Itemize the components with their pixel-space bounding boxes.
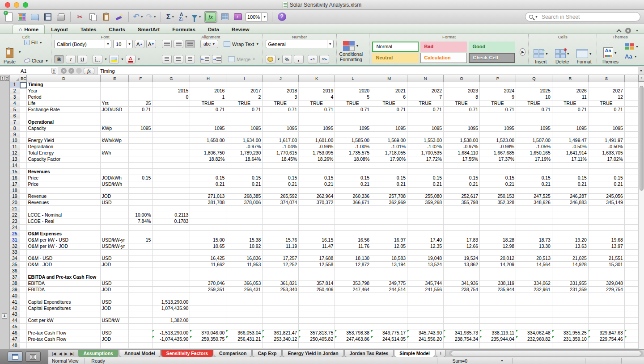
cell-T37[interactable] [624,274,638,280]
cell-K33[interactable] [299,249,335,255]
cell-H18[interactable] [190,187,226,193]
cell-S2[interactable]: 2027 [588,88,624,94]
cell-E24[interactable] [101,224,129,230]
cell-ABC45[interactable] [20,324,27,330]
cell-L35[interactable]: 12,872 [335,262,371,268]
cell-T18[interactable] [624,187,638,193]
cell-Q36[interactable] [516,268,552,274]
cell-L43[interactable] [335,311,371,318]
cell-O33[interactable] [444,249,480,255]
cell-E7[interactable] [101,119,129,125]
cell-R3[interactable]: 11 [552,94,588,100]
cell-K39[interactable]: 250,406 [299,286,335,293]
cell-J21[interactable] [263,206,299,212]
cell-D4[interactable]: Life [27,100,101,107]
cell-H1[interactable] [190,82,226,88]
cell-E42[interactable]: JOD [101,305,129,311]
cell-L24[interactable] [335,224,371,230]
cell-I4[interactable]: TRUE [226,100,263,107]
cell-J18[interactable] [263,187,299,193]
cell-I11[interactable]: -0.97% [226,144,263,150]
column-header-o[interactable]: O [444,75,480,82]
cell-J36[interactable] [263,268,299,274]
cell-ABC21[interactable] [20,206,27,212]
cell-L38[interactable]: 353,798 [335,280,371,287]
gear-icon[interactable] [625,28,631,33]
cell-L32[interactable]: 11.76 [335,243,371,249]
cell-E11[interactable] [101,144,129,150]
cell-S48[interactable] [588,342,624,348]
cell-K5[interactable]: 0.71 [299,107,335,113]
cell-L34[interactable]: 18,130 [335,255,371,262]
cell-I25[interactable] [226,230,263,237]
cell-D16[interactable]: Price [27,175,101,181]
comma-button[interactable]: , [294,55,304,63]
cell-F43[interactable] [129,311,153,318]
cell-H47[interactable]: 259,350.75 [190,336,226,343]
cell-Q46[interactable]: 334,062.48 [516,330,552,336]
cell-O1[interactable] [444,82,480,88]
redo-button[interactable]: ↷▼ [146,11,157,23]
cell-G23[interactable]: 0.1783 [153,218,190,225]
cell-D43[interactable] [27,311,101,318]
search-input[interactable]: ▼ Search in Sheet [525,12,640,21]
cell-E17[interactable]: USD/kWh [101,181,129,187]
cell-Q45[interactable] [516,324,552,330]
cell-H19[interactable]: 271,013 [190,193,226,200]
cell-D24[interactable] [27,224,101,230]
row-header-6[interactable]: 6 [10,113,20,119]
cell-O36[interactable] [444,268,480,274]
cell-J5[interactable]: 0.71 [263,107,299,113]
cell-M44[interactable] [371,318,407,324]
cell-G43[interactable] [153,311,190,318]
cell-E22[interactable] [101,212,129,218]
cell-J6[interactable] [263,113,299,119]
cell-K23[interactable] [299,218,335,225]
cell-ABC5[interactable] [20,107,27,113]
cell-M14[interactable] [371,163,407,169]
cell-F25[interactable] [129,230,153,237]
borders-dropdown-icon[interactable]: ▼ [104,58,107,61]
cell-Q12[interactable]: 1,650,165 [516,150,552,156]
cell-F7[interactable] [129,119,153,125]
increase-decimal-button[interactable]: ◂.0 [308,55,318,63]
row-header-2[interactable]: 2 [10,88,20,94]
fx-button[interactable]: fx [84,68,94,74]
cell-K44[interactable] [299,318,335,324]
cell-N44[interactable] [407,318,444,324]
cell-S24[interactable] [588,224,624,230]
cell-F38[interactable] [129,280,153,287]
cell-T40[interactable] [624,293,638,299]
cell-ABC39[interactable] [20,286,27,293]
cell-G35[interactable] [153,262,190,268]
cell-O20[interactable]: 355,798 [444,200,480,206]
cell-O23[interactable] [444,218,480,225]
more-styles-button[interactable]: ▶ [520,48,525,56]
cell-R46[interactable]: 331,955.25 [552,330,588,336]
sheet-tab-jordan-tax-rates[interactable]: Jordan Tax Rates [344,350,394,357]
cell-N9[interactable] [407,131,444,138]
cell-ABC46[interactable] [20,330,27,336]
cell-J14[interactable] [263,163,299,169]
cell-N48[interactable] [407,342,444,348]
cell-P17[interactable]: 0.21 [480,181,516,187]
cell-S35[interactable]: 15,301 [588,262,624,268]
cell-G11[interactable] [153,144,190,150]
cell-T12[interactable] [624,150,638,156]
cell-F19[interactable] [129,193,153,200]
row-header-37[interactable]: 37 [10,274,20,280]
cell-J8[interactable]: 1095 [263,125,299,131]
cell-J43[interactable] [263,311,299,318]
cell-G40[interactable] [153,293,190,299]
cell-Q39[interactable]: 232,961 [516,286,552,293]
cell-F10[interactable] [129,138,153,144]
cell-F23[interactable]: 7.84% [129,218,153,225]
cell-N22[interactable] [407,212,444,218]
cell-R14[interactable] [552,163,588,169]
cell-F4[interactable]: 25 [129,100,153,107]
row-header-13[interactable]: 13 [10,156,20,163]
cell-G24[interactable] [153,224,190,230]
cell-O40[interactable] [444,293,480,299]
cell-R9[interactable] [552,131,588,138]
cell-L1[interactable] [335,82,371,88]
